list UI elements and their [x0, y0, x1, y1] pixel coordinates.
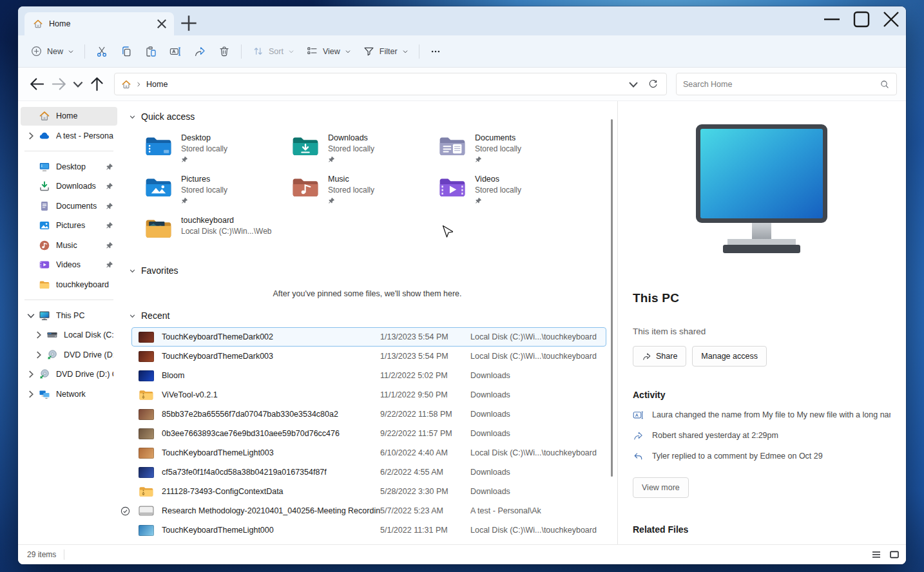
address-dropdown-icon[interactable] — [627, 78, 640, 91]
share-button[interactable]: Share — [633, 346, 686, 367]
more-options-button[interactable] — [424, 40, 447, 63]
chevron-right-icon[interactable] — [34, 330, 44, 340]
rename-button[interactable] — [163, 40, 188, 63]
new-tab-button[interactable] — [178, 12, 200, 34]
chevron-right-icon[interactable] — [26, 131, 36, 141]
view-more-button[interactable]: View more — [633, 477, 689, 498]
recent-file-row-offlineinsiderenroll-2-6-3[interactable]: OfflineInsiderEnroll 2.6.34/28/2022 10:5… — [131, 540, 606, 544]
chevron-right-icon[interactable] — [34, 350, 44, 360]
recent-file-row-research-methodology-20210401-040256-mee[interactable]: Research Methodology-20210401_040256-Mee… — [131, 501, 606, 520]
sidebar-item-network[interactable]: Network — [21, 385, 117, 403]
section-header-recent[interactable]: Recent — [129, 309, 607, 322]
back-button[interactable] — [27, 74, 47, 94]
details-view-icon[interactable] — [869, 549, 884, 560]
share-activity-icon — [633, 430, 644, 441]
tile-subtitle: Stored locally — [475, 144, 521, 153]
file-date: 11/1/2022 9:50 PM — [380, 390, 470, 399]
chevron-right-icon[interactable] — [26, 389, 36, 399]
file-name: ViVeTool-v0.2.1 — [162, 390, 380, 399]
paste-button[interactable] — [139, 40, 163, 63]
quick-access-tile-documents[interactable]: DocumentsStored locally — [438, 133, 585, 173]
view-button[interactable]: View — [300, 40, 357, 63]
share-button-toolbar[interactable] — [188, 40, 212, 63]
chevron-down-icon[interactable] — [26, 310, 36, 321]
view-icon — [306, 45, 318, 57]
sidebar-item-dvd-drive-d-cc[interactable]: DVD Drive (D:) CC — [21, 345, 117, 364]
tab-home[interactable]: Home — [24, 12, 174, 35]
pin-icon — [475, 156, 482, 163]
sidebar-item-pictures[interactable]: Pictures — [21, 216, 117, 235]
refresh-icon[interactable] — [648, 79, 659, 90]
file-thumbnail-wrap — [139, 524, 154, 536]
recent-file-row-cf5a73fe0f1f4a0cd58a38b04219a0167354f87f[interactable]: cf5a73fe0f1f4a0cd58a38b04219a0167354f87f… — [131, 462, 606, 482]
quick-access-tile-touchkeyboard[interactable]: touchkeyboardLocal Disk (C:)\Win...\Web — [144, 215, 291, 255]
chevron-right-icon[interactable] — [26, 369, 36, 379]
new-button[interactable]: New — [24, 40, 80, 63]
large-icons-view-icon[interactable] — [887, 549, 902, 560]
window-controls — [817, 6, 906, 32]
search-input[interactable] — [683, 80, 880, 89]
section-header-favorites[interactable]: Favorites — [129, 264, 607, 277]
quick-access-tile-music[interactable]: MusicStored locally — [291, 174, 438, 214]
file-thumbnail-wrap — [139, 428, 154, 439]
file-thumbnail — [139, 525, 154, 536]
sidebar-item-label: Home — [56, 111, 113, 120]
scrollbar-track[interactable] — [607, 101, 617, 544]
copy-icon — [120, 45, 133, 58]
sidebar-item-downloads[interactable]: Downloads — [21, 177, 117, 196]
documents-icon — [39, 200, 50, 212]
recent-file-row-0b3ee7663893cae76e9bd310aee59b70d76cc476[interactable]: 0b3ee7663893cae76e9bd310aee59b70d76cc476… — [131, 424, 606, 443]
quick-access-tile-desktop[interactable]: DesktopStored locally — [144, 133, 291, 173]
close-button[interactable] — [876, 6, 906, 32]
sort-label: Sort — [269, 47, 284, 56]
filter-button[interactable]: Filter — [357, 40, 414, 63]
tile-name: Documents — [475, 133, 521, 142]
recent-file-row-211128-73493-configcontextdata[interactable]: 211128-73493-ConfigContextData5/28/2022 … — [131, 482, 606, 501]
sidebar-item-music[interactable]: Music — [21, 236, 117, 254]
quick-access-tile-videos[interactable]: VideosStored locally — [438, 174, 585, 214]
chevron-right-icon — [135, 81, 142, 88]
sidebar-item-touchkeyboard[interactable]: touchkeyboard — [21, 275, 117, 294]
recent-file-row-touchkeyboardthemelight003[interactable]: TouchKeyboardThemeLight0036/10/2022 4:40… — [131, 443, 606, 462]
scrollbar-thumb[interactable] — [611, 119, 613, 477]
sidebar-item-label: Desktop — [56, 162, 103, 171]
section-header-quick-access[interactable]: Quick access — [129, 110, 607, 123]
minimize-button[interactable] — [817, 6, 847, 32]
sidebar-item-desktop[interactable]: Desktop — [21, 157, 117, 176]
sidebar-item-documents[interactable]: Documents — [21, 196, 117, 215]
cut-button[interactable] — [90, 40, 114, 63]
file-location: Downloads — [470, 371, 599, 380]
sidebar-item-home[interactable]: Home — [21, 107, 117, 126]
quick-access-tile-downloads[interactable]: DownloadsStored locally — [291, 133, 438, 173]
forward-button[interactable] — [49, 74, 69, 94]
tab-close-icon[interactable] — [155, 17, 169, 31]
sidebar-item-this-pc[interactable]: This PC — [21, 306, 117, 325]
file-location: Local Disk (C:)\Wi...\touchkeyboard — [470, 526, 599, 535]
new-label: New — [47, 47, 63, 56]
recent-file-row-85bb37e2ba65556f7da07047bab330e3534c80a2[interactable]: 85bb37e2ba65556f7da07047bab330e3534c80a2… — [131, 405, 606, 424]
file-name: TouchKeyboardThemeDark003 — [162, 352, 380, 361]
quick-access-tile-pictures[interactable]: PicturesStored locally — [144, 174, 291, 214]
sidebar-item-dvd-drive-d-ccc[interactable]: DVD Drive (D:) CCC — [21, 365, 117, 384]
sidebar-item-local-disk-c[interactable]: Local Disk (C:) — [21, 326, 117, 345]
recent-file-row-touchkeyboardthemedark003[interactable]: TouchKeyboardThemeDark0031/13/2023 5:54 … — [131, 347, 606, 366]
search-box[interactable] — [676, 73, 897, 95]
qa-pictures-icon — [144, 175, 173, 198]
recent-locations-button[interactable] — [71, 74, 85, 94]
sort-button[interactable]: Sort — [246, 40, 300, 63]
sidebar-item-videos[interactable]: Videos — [21, 256, 117, 274]
sidebar-item-a-test-personal[interactable]: A test - Personal — [21, 126, 117, 145]
recent-file-row-bloom[interactable]: Bloom11/2/2022 5:02 PMDownloads — [131, 366, 606, 385]
up-button[interactable] — [87, 74, 107, 94]
sidebar-item-label: Documents — [56, 202, 103, 211]
breadcrumb-item-home[interactable]: Home — [146, 80, 168, 89]
copy-button[interactable] — [114, 40, 139, 63]
manage-access-button[interactable]: Manage access — [692, 346, 767, 367]
recent-files-list: TouchKeyboardThemeDark0021/13/2023 5:54 … — [131, 327, 606, 544]
maximize-button[interactable] — [847, 6, 876, 32]
recent-file-row-touchkeyboardthemelight000[interactable]: TouchKeyboardThemeLight0005/1/2022 11:31… — [131, 520, 606, 540]
delete-button[interactable] — [212, 40, 236, 63]
recent-file-row-vivetool-v0-2-1[interactable]: ViVeTool-v0.2.111/1/2022 9:50 PMDownload… — [131, 385, 606, 405]
recent-file-row-touchkeyboardthemedark002[interactable]: TouchKeyboardThemeDark0021/13/2023 5:54 … — [131, 327, 606, 347]
breadcrumb[interactable]: Home — [114, 73, 667, 95]
